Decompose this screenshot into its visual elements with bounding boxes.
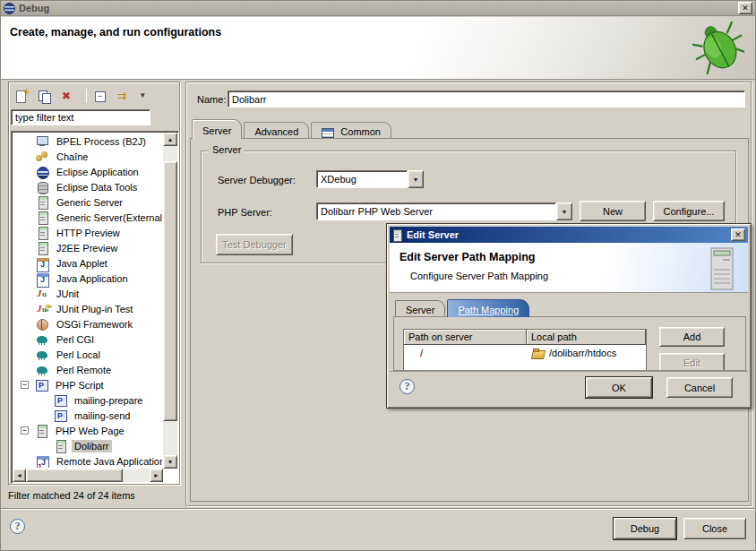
edit-button-label: Edit (683, 357, 700, 368)
test-debugger-button[interactable]: Test Debugger (216, 234, 293, 255)
tab-path-mapping-label: Path Mapping (458, 305, 519, 315)
tree-item-bpel-process-b2j[interactable]: BPEL Process (B2J) (13, 133, 162, 149)
tab-common[interactable]: Common (311, 122, 391, 139)
scroll-down-icon[interactable]: ▼ (163, 455, 177, 469)
tree-item-label: JUnit (54, 288, 82, 300)
edit-server-titlebar[interactable]: Edit Server ✕ (390, 227, 748, 243)
php-file-icon (54, 409, 67, 422)
tree-item-osgi-framework[interactable]: OSGi Framework (13, 316, 162, 331)
path-on-server-header[interactable]: Path on server (404, 330, 527, 345)
folder-icon (531, 347, 545, 359)
window-close-icon[interactable]: ✕ (738, 2, 752, 14)
tree-item-perl-remote[interactable]: Perl Remote (13, 362, 162, 377)
tree-expander-icon[interactable]: − (21, 426, 29, 435)
new-config-icon[interactable] (14, 90, 28, 102)
tree-item-cha-ne[interactable]: Chaîne (13, 149, 162, 164)
footer-separator (1, 508, 755, 510)
add-mapping-button[interactable]: Add (659, 327, 725, 347)
tree-item-remote-java-application[interactable]: Remote Java Application (13, 453, 162, 468)
banner: Create, manage, and run configurations (1, 17, 755, 80)
mapping-row[interactable]: //dolibarr/htdocs (404, 345, 646, 360)
junit-icon (36, 288, 49, 300)
window-title: Debug (19, 3, 738, 13)
configure-button-label: Configure... (664, 206, 715, 217)
filter-input[interactable] (12, 110, 150, 125)
tree-item-http-preview[interactable]: HTTP Preview (13, 225, 162, 240)
tree-item-php-web-page[interactable]: −PHP Web Page (13, 423, 162, 438)
tree-item-label: Java Application (54, 272, 131, 285)
local-path-header[interactable]: Local path (527, 330, 646, 345)
tree-item-junit[interactable]: JUnit (13, 286, 162, 301)
perl-icon (36, 333, 49, 346)
tree-item-label: Chaîne (54, 151, 90, 163)
debug-button[interactable]: Debug (614, 518, 676, 539)
edit-mapping-button[interactable]: Edit (659, 353, 725, 371)
window-titlebar[interactable]: Debug ✕ (1, 1, 755, 16)
dropdown-caret-icon[interactable] (141, 90, 148, 102)
local-path-cell: /dolibarr/htdocs (527, 345, 646, 360)
tree-vertical-scrollbar[interactable]: ▲ ▼ (163, 133, 177, 469)
delete-config-icon[interactable] (61, 90, 74, 102)
tree-item-mailing-send[interactable]: mailing-send (13, 408, 162, 423)
configure-button[interactable]: Configure... (653, 201, 725, 221)
php-server-combo[interactable]: Dolibarr PHP Web Server ▼ (316, 202, 572, 220)
help-icon[interactable]: ? (10, 519, 25, 534)
test-debugger-button-label: Test Debugger (222, 239, 287, 250)
tree-item-eclipse-application[interactable]: Eclipse Application (13, 164, 162, 179)
collapse-all-icon[interactable] (94, 90, 107, 102)
filter-icon[interactable] (117, 90, 131, 102)
tree-horizontal-scrollbar[interactable]: ◄ ► (13, 469, 163, 482)
combo-arrow-icon[interactable]: ▼ (556, 202, 572, 220)
tree-item-junit-plug-in-test[interactable]: JUnit Plug-in Test (13, 301, 162, 316)
combo-arrow-icon[interactable]: ▼ (408, 170, 424, 188)
server-debugger-combo[interactable]: XDebug ▼ (316, 170, 424, 188)
scroll-left-icon[interactable]: ◄ (13, 469, 26, 482)
scroll-track[interactable] (123, 469, 150, 482)
tree-item-label: HTTP Preview (54, 227, 123, 239)
tree-item-label: PHP Web Page (53, 425, 127, 437)
tree-item-generic-server-external-la[interactable]: Generic Server(External La (13, 210, 162, 225)
tree-item-dolibarr[interactable]: Dolibarr (13, 438, 162, 453)
new-server-button[interactable]: New (580, 201, 646, 221)
scroll-up-icon[interactable]: ▲ (163, 133, 177, 146)
server-icon (36, 196, 49, 209)
tree-item-label: JUnit Plug-in Test (54, 303, 135, 315)
tree-item-generic-server[interactable]: Generic Server (13, 194, 162, 210)
tree-item-mailing-prepare[interactable]: mailing-prepare (13, 392, 162, 408)
tree-item-eclipse-data-tools[interactable]: Eclipse Data Tools (13, 179, 162, 194)
debug-configurations-window: { "window": { "title": "Debug" }, "banne… (0, 0, 756, 551)
tree-item-label: Remote Java Application (54, 455, 162, 468)
horizontal-scroll-thumb[interactable] (26, 469, 123, 482)
tree-item-perl-cgi[interactable]: Perl CGI (13, 331, 162, 347)
tree-expander-icon[interactable]: − (21, 381, 29, 389)
local-path-text: /dolibarr/htdocs (549, 348, 616, 358)
tree-item-php-script[interactable]: −PHP Script (13, 377, 162, 392)
tab-advanced[interactable]: Advanced (244, 122, 309, 139)
tab-path-mapping[interactable]: Path Mapping (447, 299, 529, 317)
name-input[interactable] (228, 91, 744, 107)
tree-item-java-applet[interactable]: Java Applet (13, 255, 162, 271)
tree-item-label: Java Applet (54, 257, 110, 270)
tree-item-j2ee-preview[interactable]: J2EE Preview (13, 240, 162, 255)
php-script-icon (35, 379, 48, 392)
ok-button[interactable]: OK (586, 377, 652, 398)
path-on-server-cell: / (404, 345, 527, 360)
tree-item-perl-local[interactable]: Perl Local (13, 347, 162, 362)
edit-server-close-icon[interactable]: ✕ (731, 228, 745, 241)
tab-common-label: Common (340, 126, 381, 137)
dialog-help-icon[interactable]: ? (399, 379, 415, 394)
vertical-scroll-thumb[interactable] (163, 161, 177, 421)
perl-icon (36, 364, 49, 376)
tab-server-settings[interactable]: Server (395, 300, 445, 317)
banner-heading: Create, manage, and run configurations (10, 26, 221, 39)
scroll-right-icon[interactable]: ► (150, 469, 163, 482)
bug-icon (692, 19, 744, 74)
binoculars-icon (36, 151, 49, 163)
tab-server[interactable]: Server (192, 119, 242, 139)
tree-item-java-application[interactable]: Java Application (13, 271, 162, 286)
configurations-tree-box: BPEL Process (B2J)ChaîneEclipse Applicat… (11, 131, 179, 484)
close-button[interactable]: Close (683, 518, 746, 539)
duplicate-config-icon[interactable] (38, 90, 51, 102)
java-app-icon (36, 272, 49, 285)
cancel-button[interactable]: Cancel (666, 377, 733, 398)
